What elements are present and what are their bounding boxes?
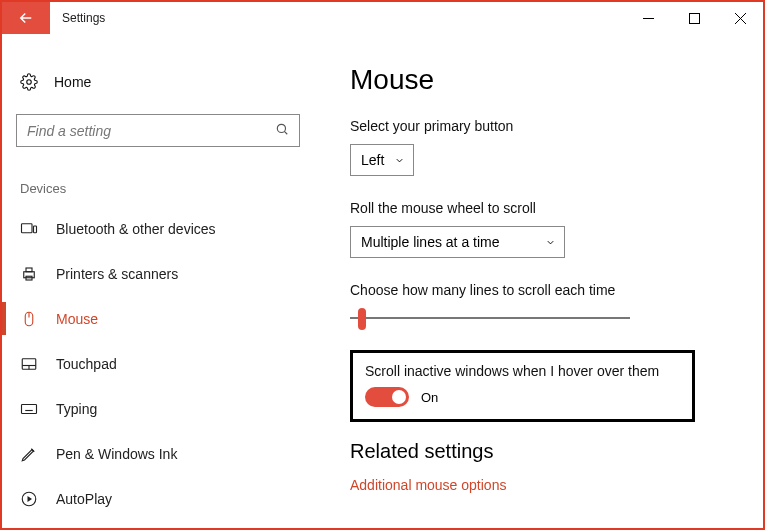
autoplay-icon (20, 490, 38, 508)
minimize-icon (643, 13, 654, 24)
sidebar-item-label: Mouse (56, 311, 98, 327)
sidebar-item-label: AutoPlay (56, 491, 112, 507)
wheel-scroll-label: Roll the mouse wheel to scroll (350, 200, 733, 216)
slider-thumb[interactable] (358, 308, 366, 330)
svg-point-4 (27, 80, 32, 85)
sidebar-item-label: Pen & Windows Ink (56, 446, 177, 462)
chevron-down-icon (545, 237, 556, 248)
main-pane: Mouse Select your primary button Left Ro… (314, 34, 763, 528)
sidebar-item-pen[interactable]: Pen & Windows Ink (2, 431, 314, 476)
lines-scroll-slider[interactable] (350, 308, 630, 330)
touchpad-icon (20, 355, 38, 373)
sidebar-item-label: Bluetooth & other devices (56, 221, 216, 237)
sidebar-item-autoplay[interactable]: AutoPlay (2, 476, 314, 521)
search-icon (275, 122, 289, 139)
additional-mouse-options-link[interactable]: Additional mouse options (350, 477, 733, 493)
sidebar-item-typing[interactable]: Typing (2, 386, 314, 431)
close-button[interactable] (717, 2, 763, 34)
sidebar-home-label: Home (54, 74, 91, 90)
highlight-box: Scroll inactive windows when I hover ove… (350, 350, 695, 422)
svg-point-5 (277, 124, 285, 132)
title-bar: Settings (2, 2, 763, 34)
maximize-button[interactable] (671, 2, 717, 34)
sidebar-item-label: Printers & scanners (56, 266, 178, 282)
mouse-icon (20, 310, 38, 328)
sidebar-item-touchpad[interactable]: Touchpad (2, 341, 314, 386)
sidebar-home[interactable]: Home (2, 62, 314, 102)
lines-scroll-label: Choose how many lines to scroll each tim… (350, 282, 733, 298)
inactive-scroll-toggle[interactable] (365, 387, 409, 407)
chevron-down-icon (394, 155, 405, 166)
wheel-scroll-dropdown[interactable]: Multiple lines at a time (350, 226, 565, 258)
sidebar-item-label: Typing (56, 401, 97, 417)
svg-rect-7 (22, 223, 33, 232)
wheel-scroll-value: Multiple lines at a time (361, 234, 500, 250)
svg-rect-1 (689, 13, 699, 23)
sidebar-item-bluetooth[interactable]: Bluetooth & other devices (2, 206, 314, 251)
sidebar-item-label: Touchpad (56, 356, 117, 372)
back-button[interactable] (2, 2, 50, 34)
keyboard-icon (20, 400, 38, 418)
arrow-left-icon (17, 9, 35, 27)
primary-button-value: Left (361, 152, 384, 168)
printer-icon (20, 265, 38, 283)
svg-line-6 (284, 131, 287, 134)
window-title: Settings (50, 2, 105, 34)
pen-icon (20, 445, 38, 463)
sidebar-item-mouse[interactable]: Mouse (2, 296, 314, 341)
primary-button-dropdown[interactable]: Left (350, 144, 414, 176)
svg-rect-17 (22, 404, 37, 413)
svg-rect-10 (26, 268, 32, 272)
sidebar-section-label: Devices (20, 181, 314, 196)
inactive-scroll-state: On (421, 390, 438, 405)
sidebar: Home Devices Bluetooth & other devices P… (2, 34, 314, 528)
devices-icon (20, 220, 38, 238)
slider-track (350, 317, 630, 319)
maximize-icon (689, 13, 700, 24)
inactive-scroll-label: Scroll inactive windows when I hover ove… (365, 363, 680, 379)
search-input[interactable] (27, 123, 275, 139)
svg-rect-9 (24, 271, 35, 277)
window-controls (625, 2, 763, 34)
related-settings-heading: Related settings (350, 440, 733, 463)
page-title: Mouse (350, 64, 733, 96)
primary-button-label: Select your primary button (350, 118, 733, 134)
gear-icon (20, 73, 38, 91)
minimize-button[interactable] (625, 2, 671, 34)
svg-marker-24 (28, 496, 33, 502)
search-box[interactable] (16, 114, 300, 147)
close-icon (735, 13, 746, 24)
svg-rect-8 (34, 226, 37, 233)
sidebar-item-printers[interactable]: Printers & scanners (2, 251, 314, 296)
